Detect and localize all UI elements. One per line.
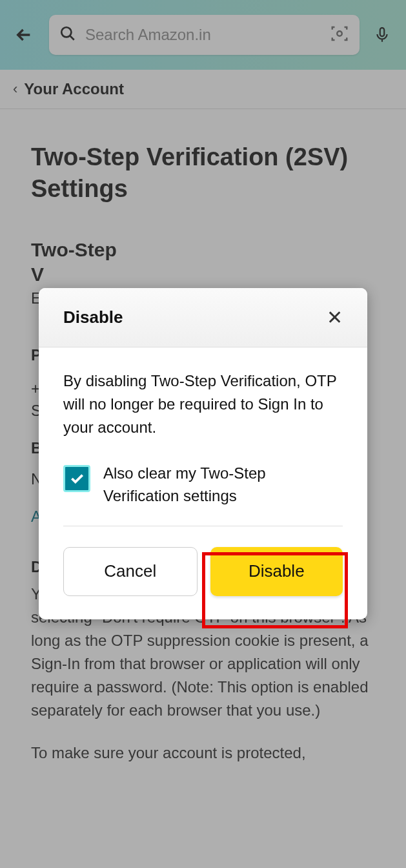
checkbox-row[interactable]: Also clear my Two-Step Verification sett…	[39, 455, 367, 526]
close-icon[interactable]: ✕	[321, 304, 348, 331]
modal-header: Disable ✕	[39, 288, 367, 347]
cancel-button[interactable]: Cancel	[63, 547, 198, 596]
modal-button-row: Cancel Disable	[39, 526, 367, 601]
clear-settings-checkbox[interactable]	[63, 465, 90, 492]
modal-body-text: By disabling Two-Step Verification, OTP …	[39, 347, 367, 455]
checkbox-label: Also clear my Two-Step Verification sett…	[103, 462, 343, 508]
disable-2sv-modal: Disable ✕ By disabling Two-Step Verifica…	[39, 288, 367, 619]
modal-title: Disable	[63, 307, 123, 327]
checkmark-icon	[68, 470, 85, 487]
disable-confirm-button[interactable]: Disable	[210, 547, 343, 596]
